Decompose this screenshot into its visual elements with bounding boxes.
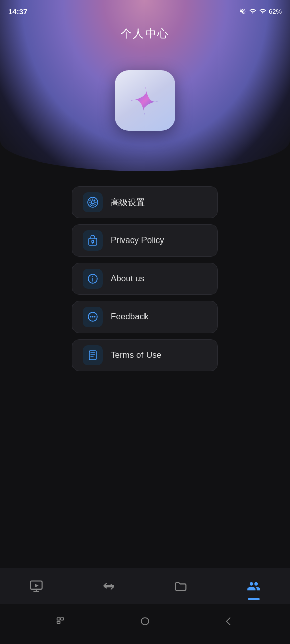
advanced-settings-item[interactable]: 高级设置	[72, 186, 218, 218]
back-button[interactable]	[221, 614, 235, 628]
signal-icon	[259, 8, 266, 15]
nav-folder[interactable]	[145, 568, 218, 604]
nav-transfer[interactable]	[72, 568, 145, 604]
status-time: 14:37	[8, 7, 27, 16]
advanced-settings-icon-box	[83, 192, 103, 212]
terms-of-use-label: Terms of Use	[111, 350, 161, 360]
transfer-nav-icon	[102, 579, 116, 593]
nav-profile[interactable]	[218, 568, 290, 604]
advanced-settings-label: 高级设置	[111, 197, 145, 208]
settings-icon	[87, 196, 99, 208]
back-icon	[221, 614, 235, 628]
terms-of-use-item[interactable]: Terms of Use	[72, 339, 218, 371]
svg-rect-13	[89, 351, 96, 360]
folder-nav-icon	[174, 579, 188, 593]
play-nav-icon	[29, 579, 43, 593]
svg-rect-18	[60, 618, 63, 620]
svg-point-11	[94, 316, 96, 318]
about-us-icon-box	[83, 269, 103, 289]
app-icon	[115, 70, 175, 131]
nav-play[interactable]	[0, 568, 72, 604]
bottom-nav	[0, 568, 290, 604]
about-us-item[interactable]: About us	[72, 263, 218, 295]
system-nav	[0, 604, 290, 644]
feedback-item[interactable]: Feedback	[72, 301, 218, 333]
feedback-label: Feedback	[111, 312, 149, 322]
about-icon	[87, 273, 99, 285]
svg-rect-20	[141, 618, 149, 625]
privacy-policy-icon-box	[83, 230, 103, 251]
recent-apps-button[interactable]	[55, 614, 69, 628]
status-bar: 14:37 62%	[0, 0, 290, 22]
feedback-icon	[87, 311, 99, 323]
sparkle-icon	[127, 83, 163, 118]
mute-icon	[239, 8, 246, 15]
page-title: 个人中心	[0, 26, 290, 41]
profile-nav-icon	[247, 579, 261, 593]
svg-point-1	[91, 201, 94, 204]
feedback-icon-box	[83, 307, 103, 327]
svg-rect-17	[57, 618, 60, 620]
svg-point-9	[90, 316, 92, 318]
privacy-icon	[87, 234, 99, 247]
terms-of-use-icon-box	[83, 345, 103, 365]
svg-rect-14	[89, 351, 96, 360]
svg-point-10	[92, 316, 94, 318]
svg-point-6	[92, 276, 93, 277]
privacy-policy-item[interactable]: Privacy Policy	[72, 224, 218, 257]
svg-marker-16	[35, 584, 39, 587]
svg-rect-19	[57, 621, 60, 624]
wifi-icon	[249, 8, 257, 15]
terms-icon	[87, 349, 99, 361]
status-icons: 62%	[239, 8, 282, 15]
menu-list: 高级设置 Privacy Policy About us	[72, 186, 218, 371]
home-icon	[138, 614, 152, 628]
battery-level: 62%	[269, 8, 282, 15]
recent-apps-icon	[55, 614, 69, 628]
svg-rect-3	[89, 238, 97, 245]
home-button[interactable]	[138, 614, 152, 628]
about-us-label: About us	[111, 274, 144, 284]
privacy-policy-label: Privacy Policy	[111, 235, 164, 246]
